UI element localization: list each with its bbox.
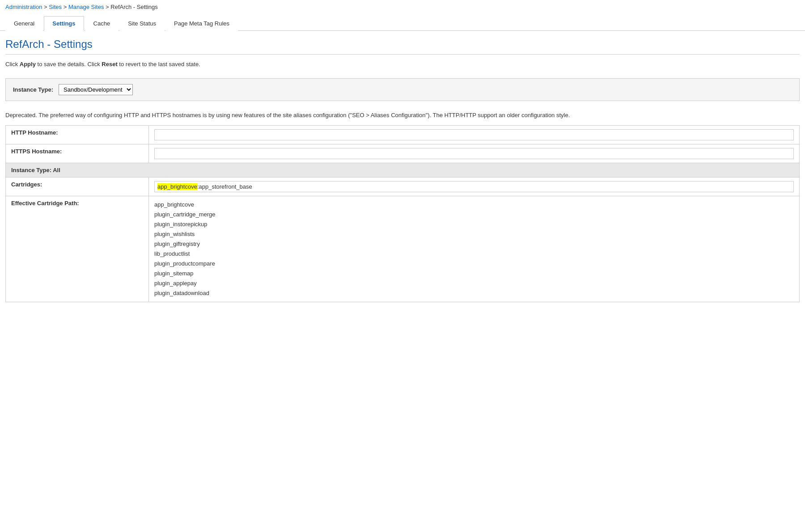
cartridges-row: Cartridges: app_brightcove:app_storefron… xyxy=(6,177,800,196)
https-hostname-value-cell xyxy=(149,144,800,163)
cartridges-value-cell: app_brightcove:app_storefront_base xyxy=(149,177,800,196)
cartridges-highlighted-part: app_brightcove xyxy=(157,183,197,190)
http-hostname-input[interactable] xyxy=(154,129,794,140)
tab-bar: General Settings Cache Site Status Page … xyxy=(0,16,805,31)
page-title: RefArch - Settings xyxy=(0,31,805,54)
instruction-reset: Reset xyxy=(102,61,117,68)
list-item: app_brightcove xyxy=(154,200,794,210)
instance-type-all-label: Instance Type: All xyxy=(6,163,800,177)
list-item: plugin_instorepickup xyxy=(154,220,794,229)
list-item: plugin_sitemap xyxy=(154,269,794,279)
http-hostname-value-cell xyxy=(149,125,800,144)
http-hostname-label: HTTP Hostname: xyxy=(6,125,149,144)
instructions: Click Apply to save the details. Click R… xyxy=(0,55,805,74)
instance-type-select[interactable]: Sandbox/Development Production Staging D… xyxy=(59,84,133,95)
cartridge-path-list: app_brightcoveplugin_cartridge_mergeplug… xyxy=(154,200,794,299)
http-hostname-row: HTTP Hostname: xyxy=(6,125,800,144)
list-item: plugin_wishlists xyxy=(154,229,794,239)
tab-settings[interactable]: Settings xyxy=(44,16,84,31)
list-item: lib_productlist xyxy=(154,249,794,259)
tab-general[interactable]: General xyxy=(5,16,43,31)
https-hostname-row: HTTPS Hostname: xyxy=(6,144,800,163)
cartridges-rest-part: :app_storefront_base xyxy=(197,183,252,190)
tab-site-status[interactable]: Site Status xyxy=(119,16,165,31)
https-hostname-input[interactable] xyxy=(154,148,794,159)
https-hostname-label: HTTPS Hostname: xyxy=(6,144,149,163)
list-item: plugin_applepay xyxy=(154,279,794,288)
settings-form-table: HTTP Hostname: HTTPS Hostname: Instance … xyxy=(5,125,800,303)
effective-cartridge-path-row: Effective Cartridge Path: app_brightcove… xyxy=(6,196,800,302)
instance-type-label: Instance Type: xyxy=(13,86,53,93)
list-item: plugin_datadownload xyxy=(154,288,794,298)
breadcrumb-sites[interactable]: Sites xyxy=(49,4,62,10)
tab-page-meta-tag-rules[interactable]: Page Meta Tag Rules xyxy=(165,16,238,31)
tab-cache[interactable]: Cache xyxy=(85,16,119,31)
breadcrumb-current: RefArch - Settings xyxy=(110,4,158,10)
list-item: plugin_productcompare xyxy=(154,259,794,269)
instruction-apply: Apply xyxy=(20,61,36,68)
effective-cartridge-path-label: Effective Cartridge Path: xyxy=(6,196,149,302)
effective-cartridge-path-value-cell: app_brightcoveplugin_cartridge_mergeplug… xyxy=(149,196,800,302)
instruction-text-between: to save the details. Click xyxy=(36,61,102,68)
instance-type-section: Instance Type: Sandbox/Development Produ… xyxy=(5,78,800,101)
deprecated-text: Deprecated. The preferred way of configu… xyxy=(0,106,805,125)
breadcrumb-administration[interactable]: Administration xyxy=(5,4,42,10)
list-item: plugin_cartridge_merge xyxy=(154,210,794,220)
breadcrumb-manage-sites[interactable]: Manage Sites xyxy=(68,4,104,10)
cartridges-display: app_brightcove:app_storefront_base xyxy=(154,181,794,192)
instruction-text-before: Click xyxy=(5,61,20,68)
cartridges-label: Cartridges: xyxy=(6,177,149,196)
instruction-text-after: to revert to the last saved state. xyxy=(118,61,200,68)
instance-type-all-row: Instance Type: All xyxy=(6,163,800,177)
list-item: plugin_giftregistry xyxy=(154,239,794,249)
breadcrumb: Administration > Sites > Manage Sites > … xyxy=(0,0,805,14)
